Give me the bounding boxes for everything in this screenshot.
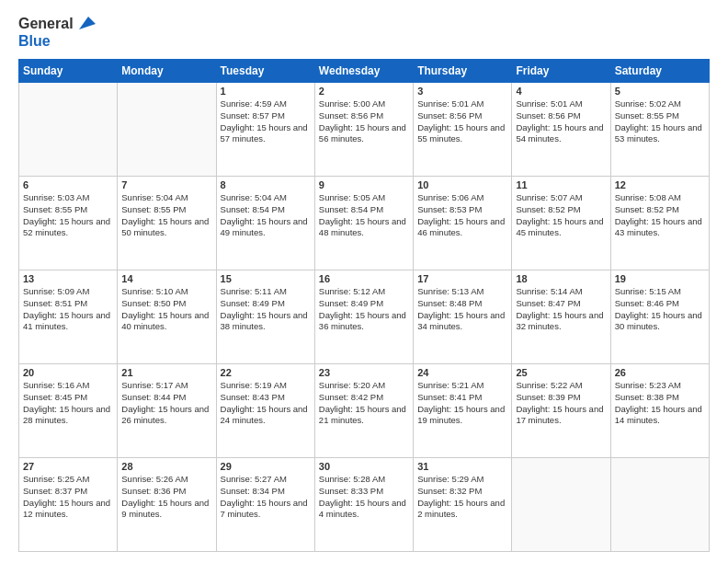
day-number: 14 [121, 273, 211, 284]
day-detail: Sunrise: 5:15 AMSunset: 8:46 PMDaylight:… [615, 286, 705, 333]
calendar-day-cell [512, 458, 610, 552]
day-number: 13 [23, 273, 113, 284]
calendar-day-cell: 13Sunrise: 5:09 AMSunset: 8:51 PMDayligh… [19, 270, 118, 364]
calendar-day-cell: 6Sunrise: 5:03 AMSunset: 8:55 PMDaylight… [19, 177, 118, 270]
calendar-day-cell [610, 458, 709, 552]
calendar-day-cell: 7Sunrise: 5:04 AMSunset: 8:55 PMDaylight… [118, 177, 216, 270]
day-number: 9 [319, 179, 409, 190]
day-number: 10 [417, 179, 507, 190]
weekday-header: Saturday [610, 60, 709, 83]
day-detail: Sunrise: 5:16 AMSunset: 8:45 PMDaylight:… [23, 380, 113, 427]
calendar-day-cell: 21Sunrise: 5:17 AMSunset: 8:44 PMDayligh… [118, 364, 216, 458]
day-number: 6 [23, 179, 113, 190]
svg-marker-0 [79, 17, 96, 29]
calendar-day-cell: 16Sunrise: 5:12 AMSunset: 8:49 PMDayligh… [314, 270, 413, 364]
day-number: 26 [615, 367, 705, 378]
day-number: 5 [615, 86, 705, 97]
calendar-week-row: 20Sunrise: 5:16 AMSunset: 8:45 PMDayligh… [19, 364, 710, 458]
calendar-day-cell: 31Sunrise: 5:29 AMSunset: 8:32 PMDayligh… [414, 458, 512, 552]
day-detail: Sunrise: 5:27 AMSunset: 8:34 PMDaylight:… [221, 474, 311, 521]
calendar-day-cell: 26Sunrise: 5:23 AMSunset: 8:38 PMDayligh… [610, 364, 709, 458]
day-detail: Sunrise: 5:01 AMSunset: 8:56 PMDaylight:… [516, 98, 606, 145]
day-detail: Sunrise: 5:02 AMSunset: 8:55 PMDaylight:… [615, 98, 705, 145]
calendar-day-cell: 4Sunrise: 5:01 AMSunset: 8:56 PMDaylight… [512, 83, 610, 177]
day-number: 7 [121, 179, 211, 190]
day-detail: Sunrise: 5:19 AMSunset: 8:43 PMDaylight:… [221, 380, 311, 427]
day-number: 31 [417, 461, 507, 472]
day-number: 15 [221, 273, 311, 284]
calendar-day-cell: 11Sunrise: 5:07 AMSunset: 8:52 PMDayligh… [512, 177, 610, 270]
day-number: 20 [23, 367, 113, 378]
day-detail: Sunrise: 5:25 AMSunset: 8:37 PMDaylight:… [23, 474, 113, 521]
day-number: 29 [221, 461, 311, 472]
calendar-day-cell: 27Sunrise: 5:25 AMSunset: 8:37 PMDayligh… [19, 458, 118, 552]
day-detail: Sunrise: 5:05 AMSunset: 8:54 PMDaylight:… [319, 192, 409, 239]
day-detail: Sunrise: 5:10 AMSunset: 8:50 PMDaylight:… [121, 286, 211, 333]
day-detail: Sunrise: 5:11 AMSunset: 8:49 PMDaylight:… [221, 286, 311, 333]
weekday-header: Wednesday [314, 60, 413, 83]
day-number: 23 [319, 367, 409, 378]
day-detail: Sunrise: 5:06 AMSunset: 8:53 PMDaylight:… [417, 192, 507, 239]
day-detail: Sunrise: 5:14 AMSunset: 8:47 PMDaylight:… [516, 286, 606, 333]
day-detail: Sunrise: 5:13 AMSunset: 8:48 PMDaylight:… [417, 286, 507, 333]
day-detail: Sunrise: 5:22 AMSunset: 8:39 PMDaylight:… [516, 380, 606, 427]
day-number: 12 [615, 179, 705, 190]
day-number: 21 [121, 367, 211, 378]
day-number: 28 [121, 461, 211, 472]
calendar-day-cell: 15Sunrise: 5:11 AMSunset: 8:49 PMDayligh… [216, 270, 314, 364]
weekday-header: Monday [118, 60, 216, 83]
day-detail: Sunrise: 5:26 AMSunset: 8:36 PMDaylight:… [121, 474, 211, 521]
day-number: 16 [319, 273, 409, 284]
calendar-day-cell: 30Sunrise: 5:28 AMSunset: 8:33 PMDayligh… [314, 458, 413, 552]
weekday-header: Sunday [19, 60, 118, 83]
calendar-day-cell: 3Sunrise: 5:01 AMSunset: 8:56 PMDaylight… [414, 83, 512, 177]
calendar-day-cell: 9Sunrise: 5:05 AMSunset: 8:54 PMDaylight… [314, 177, 413, 270]
day-detail: Sunrise: 5:04 AMSunset: 8:55 PMDaylight:… [121, 192, 211, 239]
calendar-day-cell: 12Sunrise: 5:08 AMSunset: 8:52 PMDayligh… [610, 177, 709, 270]
calendar-day-cell: 18Sunrise: 5:14 AMSunset: 8:47 PMDayligh… [512, 270, 610, 364]
logo: General Blue [18, 15, 96, 50]
calendar-day-cell: 17Sunrise: 5:13 AMSunset: 8:48 PMDayligh… [414, 270, 512, 364]
day-detail: Sunrise: 5:23 AMSunset: 8:38 PMDaylight:… [615, 380, 705, 427]
calendar-day-cell: 24Sunrise: 5:21 AMSunset: 8:41 PMDayligh… [414, 364, 512, 458]
day-detail: Sunrise: 5:21 AMSunset: 8:41 PMDaylight:… [417, 380, 507, 427]
calendar-day-cell: 8Sunrise: 5:04 AMSunset: 8:54 PMDaylight… [216, 177, 314, 270]
calendar-day-cell: 2Sunrise: 5:00 AMSunset: 8:56 PMDaylight… [314, 83, 413, 177]
calendar-day-cell: 19Sunrise: 5:15 AMSunset: 8:46 PMDayligh… [610, 270, 709, 364]
calendar-header-row: SundayMondayTuesdayWednesdayThursdayFrid… [19, 60, 710, 83]
day-number: 25 [516, 367, 606, 378]
logo-blue-text: Blue [18, 33, 51, 49]
logo-icon [75, 13, 96, 33]
day-detail: Sunrise: 5:29 AMSunset: 8:32 PMDaylight:… [417, 474, 507, 521]
day-detail: Sunrise: 5:07 AMSunset: 8:52 PMDaylight:… [516, 192, 606, 239]
calendar-day-cell: 29Sunrise: 5:27 AMSunset: 8:34 PMDayligh… [216, 458, 314, 552]
day-number: 18 [516, 273, 606, 284]
calendar-day-cell: 14Sunrise: 5:10 AMSunset: 8:50 PMDayligh… [118, 270, 216, 364]
logo-general-text: General [18, 16, 74, 32]
calendar-day-cell: 20Sunrise: 5:16 AMSunset: 8:45 PMDayligh… [19, 364, 118, 458]
day-detail: Sunrise: 5:01 AMSunset: 8:56 PMDaylight:… [417, 98, 507, 145]
calendar-week-row: 6Sunrise: 5:03 AMSunset: 8:55 PMDaylight… [19, 177, 710, 270]
calendar-day-cell [19, 83, 118, 177]
day-number: 30 [319, 461, 409, 472]
calendar-day-cell: 5Sunrise: 5:02 AMSunset: 8:55 PMDaylight… [610, 83, 709, 177]
day-detail: Sunrise: 5:20 AMSunset: 8:42 PMDaylight:… [319, 380, 409, 427]
day-number: 19 [615, 273, 705, 284]
day-detail: Sunrise: 5:09 AMSunset: 8:51 PMDaylight:… [23, 286, 113, 333]
calendar-week-row: 1Sunrise: 4:59 AMSunset: 8:57 PMDaylight… [19, 83, 710, 177]
calendar-day-cell: 1Sunrise: 4:59 AMSunset: 8:57 PMDaylight… [216, 83, 314, 177]
day-detail: Sunrise: 5:17 AMSunset: 8:44 PMDaylight:… [121, 380, 211, 427]
day-number: 11 [516, 179, 606, 190]
calendar-day-cell [118, 83, 216, 177]
page-header: General Blue [18, 15, 710, 50]
day-number: 1 [221, 86, 311, 97]
day-number: 3 [417, 86, 507, 97]
day-detail: Sunrise: 5:03 AMSunset: 8:55 PMDaylight:… [23, 192, 113, 239]
calendar-day-cell: 28Sunrise: 5:26 AMSunset: 8:36 PMDayligh… [118, 458, 216, 552]
day-detail: Sunrise: 4:59 AMSunset: 8:57 PMDaylight:… [221, 98, 311, 145]
day-number: 2 [319, 86, 409, 97]
day-detail: Sunrise: 5:04 AMSunset: 8:54 PMDaylight:… [221, 192, 311, 239]
day-detail: Sunrise: 5:00 AMSunset: 8:56 PMDaylight:… [319, 98, 409, 145]
calendar-week-row: 27Sunrise: 5:25 AMSunset: 8:37 PMDayligh… [19, 458, 710, 552]
calendar-week-row: 13Sunrise: 5:09 AMSunset: 8:51 PMDayligh… [19, 270, 710, 364]
